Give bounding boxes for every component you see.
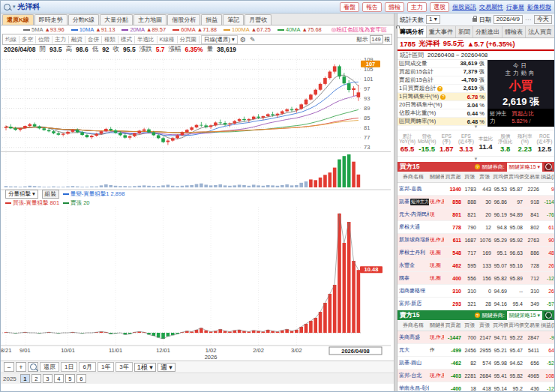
help-icon[interactable]: ? bbox=[437, 86, 442, 91]
chart-tool-1[interactable]: 均線 bbox=[3, 36, 20, 43]
broker-row[interactable]: 摩根大通7787901294.895.0880261 bbox=[398, 221, 554, 234]
right-tab-2[interactable]: 重大事件 bbox=[427, 26, 456, 37]
cell: 1076 bbox=[477, 234, 492, 247]
bars-shown-input[interactable]: 149 bbox=[370, 35, 383, 43]
collapse-arrow[interactable]: ▼ bbox=[398, 124, 554, 130]
titlebar-button-3[interactable]: 體檢 bbox=[385, 2, 404, 12]
range-button-5[interactable]: 3年 bbox=[116, 362, 132, 372]
today-button[interactable]: 今天 bbox=[534, 15, 552, 24]
chart-tool-9[interactable]: 半透比 bbox=[135, 36, 158, 43]
indicator-chart[interactable]: 10.488/219/0110/0111/0112/011/022/023/02… bbox=[1, 205, 392, 361]
broker-row[interactable]: 華南永昌-彰化-4001841895.1495.2436-12 bbox=[398, 382, 554, 392]
cell: 310 bbox=[524, 285, 540, 298]
stat-days-select[interactable]: 1 ▾ bbox=[426, 15, 440, 24]
zoom-in-button[interactable]: + bbox=[16, 362, 26, 372]
search-icon[interactable] bbox=[4, 4, 10, 10]
help-icon[interactable]: ? bbox=[475, 164, 480, 169]
search-caret-icon[interactable]: ▾ bbox=[13, 4, 16, 10]
chart-tab-1[interactable]: 還原K線 bbox=[2, 14, 34, 25]
broker-row[interactable]: 美商高盛現,作,圈-1447700214794.7195.222847-9 bbox=[398, 331, 554, 344]
titlebar-link-3[interactable]: 行事曆 bbox=[506, 3, 524, 11]
indicator-select[interactable]: 分量狙擊 ▾ bbox=[5, 190, 38, 199]
chart-tool-10[interactable]: K線種 bbox=[158, 36, 178, 43]
titlebar-button-2[interactable]: 報告 bbox=[362, 2, 382, 12]
broker-row[interactable]: 凱基短沖主力現,作,圈8588883096.8697918-114 bbox=[398, 196, 554, 208]
svg-text:9/01: 9/01 bbox=[20, 347, 31, 354]
table-search-icon[interactable] bbox=[544, 312, 552, 319]
page-button-1[interactable]: 1 bbox=[20, 374, 30, 383]
titlebar-link-2[interactable]: 交易屬性 bbox=[479, 3, 503, 11]
right-tab-4[interactable]: 分點進出 bbox=[473, 26, 502, 37]
table-search-icon[interactable] bbox=[544, 163, 552, 171]
cell: 94.69 bbox=[492, 285, 508, 298]
titlebar-button-5[interactable]: 選股 bbox=[430, 2, 449, 12]
chart-tool-6[interactable]: 合併 bbox=[86, 36, 102, 43]
chart-tab-9[interactable]: 月營收 bbox=[244, 14, 272, 25]
range-button-3[interactable]: 6月 bbox=[79, 362, 95, 372]
gear-icon[interactable]: ⚙ bbox=[240, 36, 248, 43]
broker-row[interactable]: 凱基-圓山-4628257495.9894.62656-52 bbox=[398, 357, 554, 370]
right-tab-5[interactable]: 體檢表 bbox=[502, 26, 526, 37]
chart-tool-8[interactable]: 樣式 bbox=[118, 36, 135, 43]
date-input[interactable]: 2026/4/9 bbox=[494, 15, 523, 24]
right-tab-1[interactable]: 籌碼分析 bbox=[398, 26, 427, 37]
ma-legend-item: 5MA▲93.96 bbox=[23, 26, 64, 33]
right-tab-6[interactable]: 法人買賣 bbox=[526, 26, 554, 37]
zoom-out-button[interactable]: − bbox=[4, 362, 14, 372]
broker-row[interactable]: 國泰現,圈40055615695.8295.89712-12 bbox=[398, 272, 554, 285]
broker-row[interactable]: 富邦-新店2933212894.1695.4349-57 bbox=[398, 298, 554, 310]
broker-row[interactable]: 元大-內湖民權現8018212096.1994.89841-76 bbox=[398, 208, 554, 221]
page-button-4[interactable]: 4 bbox=[54, 374, 64, 383]
titlebar-link-1[interactable]: 個股資訊 bbox=[452, 3, 476, 11]
help-icon[interactable]: ? bbox=[440, 94, 446, 100]
page-button-5[interactable]: 5 bbox=[65, 374, 75, 383]
chart-tool-3[interactable]: 位階 bbox=[36, 36, 52, 43]
chart-tab-8[interactable]: 筆記 bbox=[223, 14, 244, 25]
lock-icon[interactable] bbox=[472, 18, 477, 22]
chart-tab-3[interactable]: 分動K線 bbox=[68, 14, 99, 25]
range-button-1[interactable]: 還原 bbox=[40, 362, 59, 372]
cell: 595 bbox=[462, 259, 477, 272]
cell: 9 bbox=[540, 183, 554, 196]
broker-row[interactable]: 富邦-台北現,作,圈-4032281268495.4195.824965108 bbox=[398, 370, 554, 382]
chart-tool-7[interactable]: 種類 bbox=[102, 36, 118, 43]
key-broker-select[interactable]: 關鍵策略15 ▾ bbox=[507, 163, 542, 172]
page-button-2[interactable]: 2 bbox=[32, 374, 41, 383]
right-tab-3[interactable]: 新聞 bbox=[456, 26, 473, 37]
titlebar-link-4[interactable]: 影像模擬 bbox=[527, 3, 551, 11]
chart-tool-11[interactable]: 分頁圖 bbox=[178, 36, 200, 43]
period-quick-select[interactable]: 週 ▾ bbox=[158, 363, 176, 372]
help-icon[interactable]: ? bbox=[475, 313, 480, 318]
range-button-2[interactable]: 1日 bbox=[61, 362, 77, 372]
broker-row[interactable]: 富邦-嘉義1340178344395.5395.8722269 bbox=[398, 183, 554, 196]
chart-tool-5[interactable]: 融資 bbox=[69, 36, 86, 43]
page-button-6[interactable]: 6 bbox=[76, 374, 86, 383]
pencil-icon[interactable]: ✎ bbox=[250, 36, 257, 43]
collapse-arrow[interactable]: ▼ bbox=[398, 157, 554, 162]
chart-tool-2[interactable]: 多空 bbox=[20, 36, 36, 43]
broker-row[interactable]: 新加坡商瑞銀短沖主力現,作,圈6111687107695.2995.922763… bbox=[398, 234, 554, 247]
bar-width-select[interactable]: 1根 ▾ bbox=[134, 363, 156, 372]
chart-panel: 還原K線即時走勢分動K線大量分點主力地圖個股分析損益筆記月營收 5MA▲93.9… bbox=[1, 13, 394, 391]
chart-tab-2[interactable]: 即時走勢 bbox=[34, 14, 68, 25]
chart-tab-4[interactable]: 大量分點 bbox=[100, 14, 133, 25]
indicator-config-button[interactable]: 組裝 bbox=[42, 190, 59, 199]
period-select[interactable]: 日線(還原) ▾ bbox=[201, 35, 238, 44]
chart-tab-7[interactable]: 損益 bbox=[201, 14, 222, 25]
magnifier-button[interactable] bbox=[28, 362, 38, 372]
chart-tab-5[interactable]: 主力地圖 bbox=[134, 14, 166, 25]
chart-tab-6[interactable]: 個股分析 bbox=[167, 14, 200, 25]
broker-row[interactable]: 摩根士丹利現,圈54871716995.196.6388648 bbox=[398, 247, 554, 259]
chips-panel: 統計天數1 ▾日期2026/4/9⋯今天 籌碼分析重大事件新聞分點進出體檢表法人… bbox=[398, 13, 554, 391]
broker-row[interactable]: 元大作-4992456295595.2195.47541164 bbox=[398, 344, 554, 357]
titlebar-button-4[interactable]: 主力 bbox=[407, 2, 427, 12]
broker-row[interactable]: 永豐金現,圈46259513395.0795.1672826 bbox=[398, 259, 554, 272]
range-button-4[interactable]: 1年 bbox=[98, 362, 114, 372]
broker-row[interactable]: 港商麥格理310310094.69--31026 bbox=[398, 285, 554, 298]
cell: 1340 bbox=[444, 183, 462, 196]
titlebar-button-1[interactable]: 看盤 bbox=[340, 2, 359, 12]
chart-tool-4[interactable]: 主力 bbox=[52, 36, 69, 43]
key-broker-select[interactable]: 關鍵策略15 ▾ bbox=[507, 311, 542, 320]
price-volume-chart[interactable]: 73778185899397101105109107 bbox=[1, 54, 392, 190]
page-button-3[interactable]: 3 bbox=[43, 374, 52, 383]
